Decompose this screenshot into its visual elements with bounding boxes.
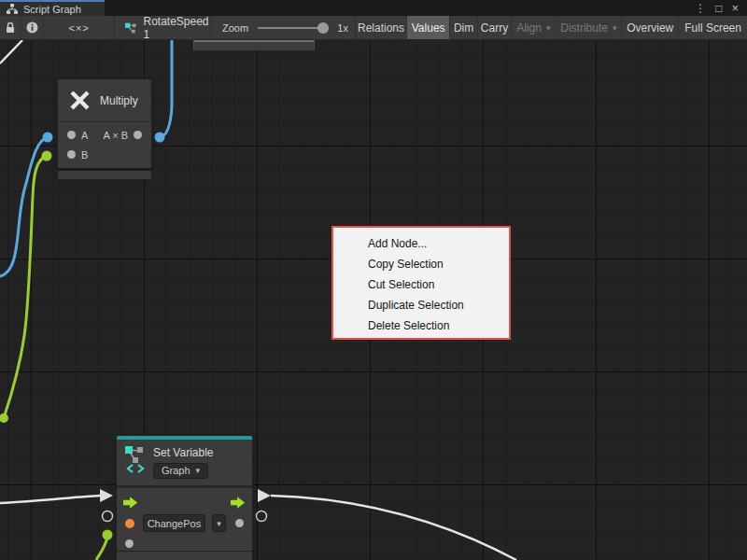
flow-input-arrow-icon[interactable] — [123, 497, 138, 509]
set-variable-extra-row — [117, 534, 252, 553]
chevron-down-icon: ▾ — [196, 466, 201, 475]
info-icon — [26, 21, 38, 34]
variable-input-port[interactable] — [125, 519, 134, 528]
lock-button[interactable] — [0, 16, 21, 39]
graph-reference-icon — [125, 22, 137, 34]
variable-scope-dropdown[interactable]: Graph ▾ — [153, 463, 208, 479]
clipped-node-top[interactable] — [193, 40, 315, 50]
toolbar-button-carry[interactable]: Carry — [478, 16, 512, 39]
info-button[interactable] — [21, 16, 45, 39]
node-set-variable-header[interactable]: Set Variable Graph ▾ — [117, 440, 252, 488]
flow-output-arrow-icon[interactable] — [231, 497, 246, 509]
output-port[interactable] — [134, 131, 142, 139]
set-variable-flow-row — [117, 492, 252, 512]
value-input-port[interactable] — [125, 539, 134, 548]
set-variable-value-row: ChangePos ▾ — [117, 512, 252, 534]
chevron-down-icon: ▾ — [546, 23, 551, 33]
window-maximize-icon[interactable]: □ — [715, 3, 722, 14]
menu-item-cut-selection[interactable]: Cut Selection — [333, 274, 509, 295]
variable-scope-label: Graph — [162, 465, 190, 476]
graph-reference-button[interactable]: RotateSpeed 1 — [115, 16, 211, 39]
code-view-button[interactable]: <×> — [44, 16, 115, 39]
input-port-b-label: B — [81, 149, 88, 161]
toolbar-button-distribute-label: Distribute — [560, 21, 608, 35]
multiply-row-b: B — [58, 145, 151, 164]
toolbar-button-align-label: Align — [516, 21, 542, 35]
output-port-label: A × B — [103, 130, 128, 141]
variable-name-label: ChangePos — [148, 518, 202, 529]
zoom-value: 1x — [337, 22, 348, 34]
input-port-b[interactable] — [67, 150, 76, 159]
menu-item-add-node[interactable]: Add Node... — [333, 233, 509, 254]
input-port-a-label: A — [81, 130, 88, 141]
menu-item-duplicate-selection[interactable]: Duplicate Selection — [333, 295, 509, 315]
zoom-control: Zoom 1x — [211, 16, 356, 39]
node-set-variable-title: Set Variable — [153, 446, 213, 459]
chevron-down-icon: ▾ — [217, 519, 221, 528]
node-set-variable-footer — [117, 552, 252, 560]
window-controls: ⋮ □ × — [695, 0, 747, 16]
graph-reference-label: RotateSpeed 1 — [143, 15, 210, 41]
zoom-slider-handle[interactable] — [317, 22, 329, 34]
graph-toolbar: <×> RotateSpeed 1 Zoom 1x Relations Valu… — [0, 16, 747, 40]
toolbar-button-relations[interactable]: Relations — [356, 16, 407, 39]
menu-item-copy-selection[interactable]: Copy Selection — [333, 254, 509, 274]
input-port-a[interactable] — [67, 131, 76, 139]
menu-item-delete-selection[interactable]: Delete Selection — [333, 315, 509, 336]
node-multiply-header[interactable]: Multiply — [58, 79, 151, 122]
node-multiply-title: Multiply — [100, 94, 138, 107]
toolbar-button-values[interactable]: Values — [407, 16, 450, 39]
toolbar-button-full-screen[interactable]: Full Screen — [679, 16, 747, 39]
toolbar-button-distribute[interactable]: Distribute ▾ — [556, 16, 622, 39]
window-menu-icon[interactable]: ⋮ — [695, 3, 706, 14]
tab-bar: Script Graph ⋮ □ × — [0, 0, 747, 16]
code-view-icon: <×> — [68, 22, 89, 34]
toolbar-button-overview[interactable]: Overview — [622, 16, 679, 39]
tab-script-graph[interactable]: Script Graph — [0, 0, 105, 16]
zoom-label: Zoom — [222, 22, 248, 34]
variable-name-dropdown[interactable]: ChangePos — [143, 514, 205, 532]
multiply-x-icon — [68, 89, 92, 112]
tab-script-graph-label: Script Graph — [23, 4, 81, 15]
zoom-slider[interactable] — [258, 27, 329, 29]
variable-name-dropdown-arrow[interactable]: ▾ — [212, 514, 226, 532]
lock-icon — [5, 21, 16, 34]
chevron-down-icon: ▾ — [613, 23, 617, 33]
script-graph-icon — [7, 4, 18, 14]
set-variable-icon — [125, 445, 146, 473]
multiply-row-a: A A × B — [58, 125, 151, 145]
node-multiply[interactable]: Multiply A A × B B — [58, 79, 151, 168]
context-menu: Add Node... Copy Selection Cut Selection… — [331, 226, 511, 340]
toolbar-button-align[interactable]: Align ▾ — [512, 16, 556, 39]
variable-output-port[interactable] — [235, 519, 244, 527]
toolbar-button-dim[interactable]: Dim — [450, 16, 478, 39]
node-multiply-footer — [58, 171, 151, 179]
node-set-variable[interactable]: Set Variable Graph ▾ ChangePos ▾ — [117, 436, 252, 558]
window-close-icon[interactable]: × — [731, 2, 739, 14]
